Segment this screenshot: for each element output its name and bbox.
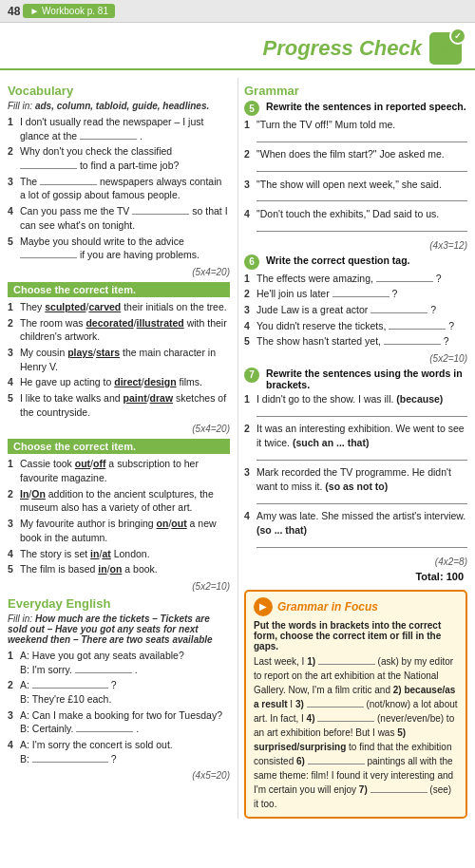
list-item: 5I like to take walks and paint/draw ske… <box>8 391 230 419</box>
list-item: 5Maybe you should write to the advice if… <box>8 235 230 262</box>
section5-num: 5 <box>244 101 259 116</box>
vocab-questions: 1I don't usually read the newspaper – I … <box>8 115 230 262</box>
list-item: 4Amy was late. She missed the artist's i… <box>244 509 467 551</box>
correct-items-1: 1They sculpted/carved their initials on … <box>8 300 230 420</box>
list-item: 1Cassie took out/off a subscription to h… <box>8 457 230 484</box>
list-item: 1"Turn the TV off!" Mum told me. <box>244 118 467 145</box>
section6-title: Write the correct question tag. <box>266 255 410 266</box>
vocabulary-title: Vocabulary <box>8 84 230 98</box>
gif-title-row: ▶ Grammar in Focus <box>254 597 458 616</box>
progress-title: Progress Check 8 <box>262 32 462 65</box>
right-column: Grammar 5 Rewrite the sentences in repor… <box>238 78 467 819</box>
list-item: 2A: ?B: They're £10 each. <box>8 678 230 706</box>
score-6: (5x2=10) <box>244 353 467 364</box>
list-item: 4"Don't touch the exhibits," Dad said to… <box>244 207 467 235</box>
workbook-tag: ► Workbook p. 81 <box>23 4 115 18</box>
grammar-title: Grammar <box>244 84 467 98</box>
everyday-qa-block: 1A: Have you got any seats available?B: … <box>8 649 230 766</box>
everyday-fill-instruction: Fill in: How much are the tickets – Tick… <box>8 613 230 645</box>
score-4: (4x5=20) <box>8 770 230 781</box>
section7-questions: 1I didn't go to the show. I was ill. (be… <box>244 392 467 552</box>
list-item: 2Why don't you check the classified to f… <box>8 144 230 172</box>
score-7: (4x2=8) <box>244 557 467 567</box>
list-item: 5The show hasn't started yet, ? <box>244 334 467 349</box>
main-content: Vocabulary Fill in: ads, column, tabloid… <box>0 78 475 819</box>
grammar-in-focus-box: ▶ Grammar in Focus Put the words in brac… <box>244 590 467 819</box>
section5-title: Rewrite the sentences in reported speech… <box>266 101 466 112</box>
everyday-english-title: Everyday English <box>8 596 230 611</box>
list-item: 2The room was decorated/illustrated with… <box>8 316 230 344</box>
page-number: 48 <box>8 5 20 18</box>
list-item: 4The story is set in/at London. <box>8 547 230 561</box>
section5-questions: 1"Turn the TV off!" Mum told me. 2"When … <box>244 118 467 236</box>
section7-num: 7 <box>244 368 259 383</box>
list-item: 4You didn't reserve the tickets, ? <box>244 319 467 333</box>
gif-instruction: Put the words in brackets into the corre… <box>254 620 458 651</box>
list-item: 1A: Have you got any seats available?B: … <box>8 649 230 676</box>
score-2: (5x4=20) <box>8 424 230 434</box>
gif-title-text: Grammar in Focus <box>277 600 378 613</box>
badge-number: 8 <box>429 32 462 65</box>
list-item: 2It was an interesting exhibition. We we… <box>244 422 467 463</box>
score-3: (5x2=10) <box>8 581 230 592</box>
correct-items-2: 1Cassie took out/off a subscription to h… <box>8 457 230 576</box>
page-container: 48 ► Workbook p. 81 Progress Check 8 Voc… <box>0 0 475 819</box>
score-1: (5x4=20) <box>8 267 230 277</box>
list-item: 1The effects were amazing, ? <box>244 272 467 286</box>
list-item: 3"The show will open next week," she sai… <box>244 178 467 205</box>
list-item: 2In/On addition to the ancient sculpture… <box>8 487 230 515</box>
list-item: 4A: I'm sorry the concert is sold out.B:… <box>8 738 230 765</box>
list-item: 3My cousin plays/stars the main characte… <box>8 346 230 373</box>
top-bar: 48 ► Workbook p. 81 <box>0 0 475 23</box>
progress-title-text: Progress Check <box>262 36 422 61</box>
section6-questions: 1The effects were amazing, ? 2He'll join… <box>244 272 467 349</box>
list-item: 2"When does the film start?" Joe asked m… <box>244 147 467 175</box>
header-area: Progress Check 8 <box>0 23 475 70</box>
section6-header: 6 Write the correct question tag. <box>244 255 467 270</box>
score-5: (4x3=12) <box>244 240 467 251</box>
gif-body: Last week, I 1) (ask) by my editor to re… <box>254 654 458 811</box>
list-item: 2He'll join us later ? <box>244 287 467 301</box>
section5-header: 5 Rewrite the sentences in reported spee… <box>244 101 467 116</box>
list-item: 4He gave up acting to direct/design film… <box>8 375 230 389</box>
list-item: 1I don't usually read the newspaper – I … <box>8 115 230 142</box>
list-item: 1I didn't go to the show. I was ill. (be… <box>244 392 467 420</box>
section6-num: 6 <box>244 255 259 270</box>
correct-item-title-2: Choose the correct item. <box>8 439 230 454</box>
list-item: 1They sculpted/carved their initials on … <box>8 300 230 314</box>
play-icon: ▶ <box>254 597 273 616</box>
list-item: 3Mark recorded the TV programme. He didn… <box>244 465 467 507</box>
correct-item-title-1: Choose the correct item. <box>8 282 230 297</box>
section7-title: Rewrite the sentences using the words in… <box>266 368 467 390</box>
list-item: 4Can you pass me the TV so that I can se… <box>8 204 230 232</box>
vocab-fill-instruction: Fill in: ads, column, tabloid, guide, he… <box>8 101 230 111</box>
section7-header: 7 Rewrite the sentences using the words … <box>244 368 467 390</box>
list-item: 3The newspapers always contain a lot of … <box>8 175 230 202</box>
list-item: 3A: Can I make a booking for two for Tue… <box>8 708 230 736</box>
list-item: 3My favourite author is bringing on/out … <box>8 517 230 544</box>
total-bar: Total: 100 <box>244 571 467 582</box>
list-item: 3Jude Law is a great actor ? <box>244 303 467 317</box>
list-item: 5The film is based in/on a book. <box>8 562 230 576</box>
left-column: Vocabulary Fill in: ads, column, tabloid… <box>8 78 238 819</box>
